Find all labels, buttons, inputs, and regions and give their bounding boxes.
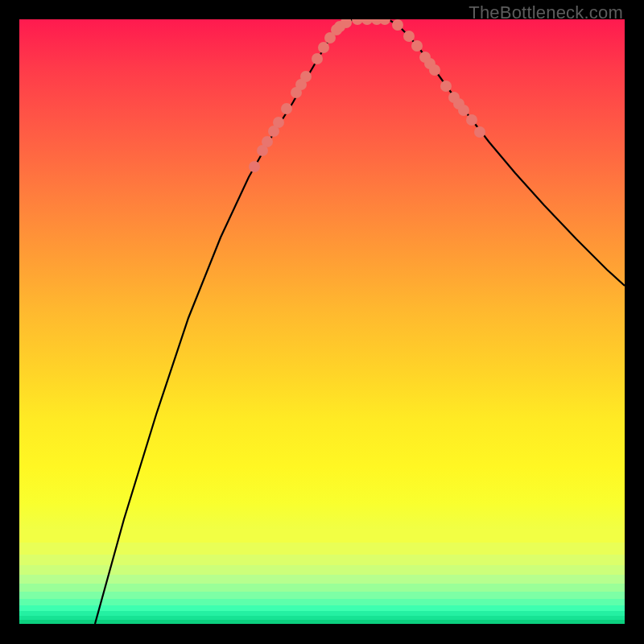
marker-dot (453, 98, 464, 109)
marker-dot (257, 145, 268, 156)
marker-dot (341, 19, 352, 28)
marker-dot (291, 87, 302, 98)
marker-dot (331, 24, 342, 35)
marker-dot (352, 19, 363, 25)
stratum-band (19, 584, 625, 592)
marker-dot (403, 31, 415, 42)
stratum-band (19, 592, 625, 599)
stratum-band (19, 616, 625, 620)
marker-dot (318, 42, 329, 53)
bottleneck-curve (95, 19, 625, 624)
marker-group (249, 19, 485, 172)
marker-dot (334, 21, 345, 32)
curve-svg (19, 19, 625, 624)
plot-area (19, 19, 625, 624)
chart-frame (19, 19, 625, 625)
stratum-band (19, 543, 625, 555)
marker-dot (392, 19, 403, 31)
color-strata (19, 529, 625, 624)
marker-dot (466, 114, 477, 126)
marker-dot (379, 19, 390, 25)
marker-dot (424, 58, 436, 69)
marker-dot (440, 80, 452, 92)
stratum-band (19, 529, 625, 543)
marker-dot (419, 52, 431, 63)
marker-dot (371, 19, 382, 25)
marker-dot (312, 53, 323, 64)
marker-dot (458, 105, 469, 116)
marker-dot (324, 32, 336, 43)
stratum-band (19, 575, 625, 584)
marker-dot (429, 64, 440, 76)
marker-dot (300, 71, 312, 82)
stratum-band (19, 620, 625, 624)
stratum-band (19, 565, 625, 575)
marker-dot (262, 136, 273, 147)
stratum-band (19, 605, 625, 611)
marker-dot (474, 126, 485, 138)
stratum-band (19, 599, 625, 605)
marker-dot (268, 126, 279, 137)
marker-dot (273, 117, 284, 128)
marker-dot (295, 79, 307, 90)
marker-dot (448, 92, 460, 103)
marker-dot (411, 40, 423, 52)
marker-dot (361, 19, 373, 25)
stratum-band (19, 555, 625, 565)
marker-dot (281, 103, 292, 114)
marker-dot (249, 161, 260, 172)
stratum-band (19, 611, 625, 616)
